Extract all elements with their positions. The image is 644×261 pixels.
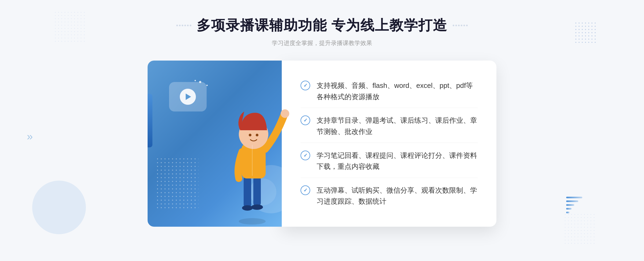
check-icon-3: ✓ [301,151,310,160]
sparkle-2 [206,85,208,86]
header-section: 多项录播课辅助功能 专为线上教学打造 学习进度全掌握，提升录播课教学效果 [176,16,468,47]
stripe-3 [566,204,574,206]
bg-dot-pattern-1 [54,11,86,43]
svg-point-8 [249,134,251,136]
feature-item-3: ✓ 学习笔记回看、课程提问、课程评论打分、课件资料下载，重点内容收藏 [301,145,478,178]
right-dot-pattern [574,21,596,43]
svg-point-7 [281,109,289,118]
play-triangle-icon [186,94,191,100]
sparkle-1 [199,81,201,83]
stripe-deco [566,197,582,229]
sparkle-3 [195,80,196,81]
svg-point-3 [242,205,253,211]
svg-point-4 [251,204,263,210]
feature-item-1: ✓ 支持视频、音频、flash、word、excel、ppt、pdf等各种格式的… [301,75,478,108]
illustration-card [148,61,282,227]
chevron-left-icon: » [27,130,33,143]
feature-item-2: ✓ 支持章节目录、弹题考试、课后练习、课后作业、章节测验、批改作业 [301,110,478,143]
play-button [180,89,196,105]
feature-text-3: 学习笔记回看、课程提问、课程评论打分、课件资料下载，重点内容收藏 [317,150,478,172]
check-icon-4: ✓ [301,185,310,195]
person-svg [215,93,290,227]
play-bubble [169,82,207,111]
person-illustration [215,93,290,227]
main-content: ✓ 支持视频、音频、flash、word、excel、ppt、pdf等各种格式的… [134,61,510,227]
features-card: ✓ 支持视频、音频、flash、word、excel、ppt、pdf等各种格式的… [282,61,496,227]
page-wrapper: 多项录播课辅助功能 专为线上教学打造 学习进度全掌握，提升录播课教学效果 [0,0,644,261]
svg-rect-1 [244,176,251,208]
svg-point-0 [239,218,266,225]
stripe-4 [566,208,572,210]
left-decoration [176,25,191,26]
check-icon-2: ✓ [301,115,310,125]
stripe-2 [566,200,578,202]
svg-rect-2 [253,176,261,207]
main-title: 多项录播课辅助功能 专为线上教学打造 [197,16,447,35]
svg-point-9 [256,134,258,136]
title-row: 多项录播课辅助功能 专为线上教学打造 [176,16,468,35]
right-decoration [453,25,468,26]
feature-text-2: 支持章节目录、弹题考试、课后练习、课后作业、章节测验、批改作业 [317,115,478,137]
feature-item-4: ✓ 互动弹幕、试听购买、微信分享、观看次数限制、学习进度跟踪、数据统计 [301,180,478,212]
accent-bar [148,94,152,147]
illus-dot-pattern [156,157,199,211]
stripe-5 [566,212,569,213]
big-circle-deco [32,181,86,234]
feature-text-1: 支持视频、音频、flash、word、excel、ppt、pdf等各种格式的资源… [317,80,478,102]
stripe-1 [566,197,582,198]
feature-text-4: 互动弹幕、试听购买、微信分享、观看次数限制、学习进度跟踪、数据统计 [317,185,478,207]
check-icon-1: ✓ [301,81,310,90]
sub-title: 学习进度全掌握，提升录播课教学效果 [176,39,468,47]
